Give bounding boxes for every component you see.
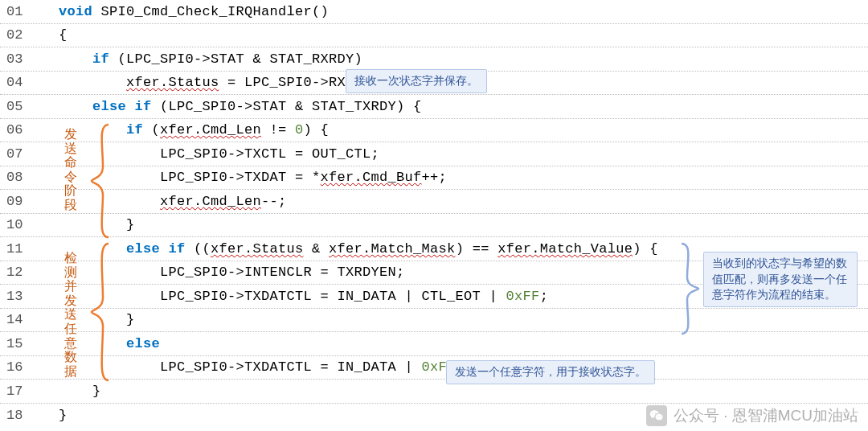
code-line: 03 if (LPC_SPI0->STAT & STAT_RXRDY) (0, 47, 868, 72)
code-content: xfer.Status = LPC_SPI0->RXDAT; (43, 75, 379, 90)
line-number: 18 (0, 408, 43, 423)
code-line: 16 LPC_SPI0->TXDATCTL = IN_DATA | 0xFF; (0, 356, 868, 380)
line-number: 17 (0, 384, 43, 399)
brace-icon (88, 122, 113, 240)
code-content: void SPI0_Cmd_Check_IRQHandler() (43, 4, 329, 19)
annotation-text: 接收一次状态字并保存。 (354, 74, 478, 87)
code-content: else if (LPC_SPI0->STAT & STAT_TXRDY) { (43, 99, 422, 114)
code-line: 15 else (0, 332, 868, 356)
code-line: 09 xfer.Cmd_Len--; (0, 190, 868, 214)
line-number: 04 (0, 75, 43, 90)
line-number: 08 (0, 170, 43, 185)
code-line: 10 } (0, 214, 868, 238)
brace-icon (678, 241, 702, 336)
annotation-match-eot: 当收到的状态字与希望的数值匹配，则再多发送一个任意字符作为流程的结束。 (703, 252, 858, 307)
line-number: 15 (0, 336, 43, 351)
annotation-receive-status: 接收一次状态字并保存。 (346, 69, 487, 93)
line-number: 01 (0, 4, 43, 19)
brace-icon (88, 241, 113, 383)
watermark: 公众号 · 恩智浦MCU加油站 (646, 405, 858, 426)
code-content: xfer.Cmd_Len--; (43, 194, 287, 209)
line-number: 07 (0, 146, 43, 162)
code-content: if (LPC_SPI0->STAT & STAT_RXRDY) (43, 51, 362, 67)
line-number: 14 (0, 312, 43, 327)
code-content: } (43, 408, 68, 423)
code-content: else if ((xfer.Status & xfer.Match_Mask)… (43, 241, 658, 257)
vlabel-check-send-any: 检测并发送任意数据 (63, 251, 78, 378)
code-line: 05 else if (LPC_SPI0->STAT & STAT_TXRDY)… (0, 95, 868, 119)
line-number: 05 (0, 99, 43, 114)
code-content: { (43, 27, 68, 43)
annotation-text: 发送一个任意字符，用于接收状态字。 (455, 365, 646, 378)
code-line: 17 } (0, 380, 868, 404)
line-number: 02 (0, 27, 43, 43)
line-number: 12 (0, 265, 43, 280)
wechat-icon (646, 405, 667, 426)
code-line: 02{ (0, 24, 868, 48)
line-number: 03 (0, 51, 43, 67)
line-number: 06 (0, 122, 43, 138)
code-content: } (43, 384, 101, 399)
annotation-text: 当收到的状态字与希望的数值匹配，则再多发送一个任意字符作为流程的结束。 (712, 257, 847, 301)
code-line: 06 if (xfer.Cmd_Len != 0) { (0, 119, 868, 143)
line-number: 10 (0, 217, 43, 232)
code-line: 08 LPC_SPI0->TXDAT = *xfer.Cmd_Buf++; (0, 166, 868, 191)
line-number: 09 (0, 194, 43, 209)
code-line: 14 } (0, 309, 868, 333)
annotation-send-dummy: 发送一个任意字符，用于接收状态字。 (446, 360, 655, 384)
code-content: if (xfer.Cmd_Len != 0) { (43, 122, 329, 138)
watermark-text: 公众号 · 恩智浦MCU加油站 (674, 405, 858, 426)
code-content: LPC_SPI0->TXDATCTL = IN_DATA | CTL_EOT |… (43, 289, 548, 304)
code-block: 01void SPI0_Cmd_Check_IRQHandler()02{03 … (0, 0, 868, 427)
vlabel-text: 发送命令阶段 (64, 127, 77, 211)
vlabel-text: 检测并发送任意数据 (64, 251, 77, 378)
code-line: 07 LPC_SPI0->TXCTL = OUT_CTL; (0, 142, 868, 166)
line-number: 11 (0, 241, 43, 257)
line-number: 13 (0, 289, 43, 304)
vlabel-send-cmd-phase: 发送命令阶段 (63, 127, 78, 212)
line-number: 16 (0, 359, 43, 375)
code-line: 01void SPI0_Cmd_Check_IRQHandler() (0, 0, 868, 24)
